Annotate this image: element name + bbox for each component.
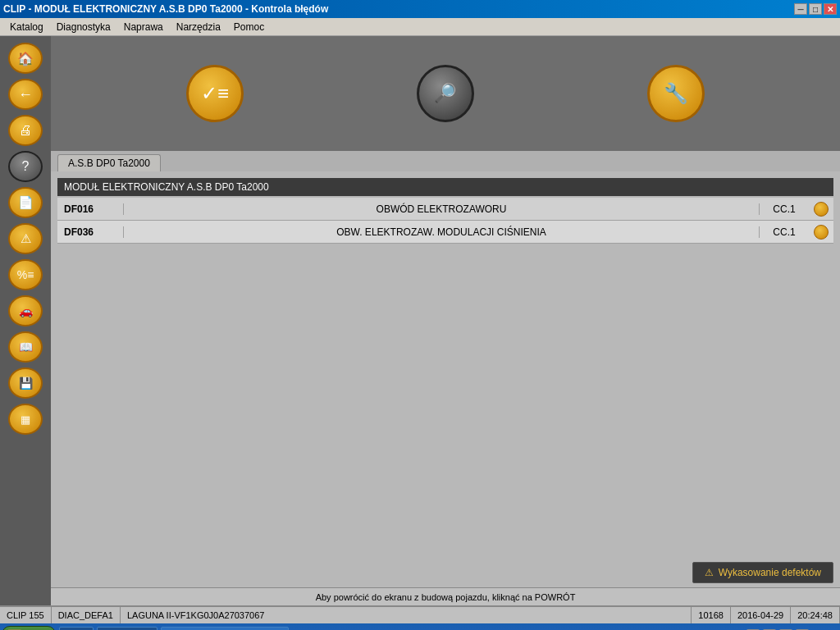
- wrench-button[interactable]: 🔧: [647, 65, 705, 122]
- close-button[interactable]: ✕: [824, 3, 837, 15]
- status-vehicle: LAGUNA II-VF1KG0J0A27037067: [121, 607, 692, 623]
- error-desc-2: OBW. ELEKTROZAW. MODULACJI CIŚNIENIA: [123, 226, 760, 238]
- table-area: MODUŁ ELEKTRONICZNY A.S.B DP0 Ta2000 DF0…: [51, 171, 840, 558]
- percent-button[interactable]: %≡: [8, 259, 43, 290]
- taskbar: 🪟 Start 📁 1 🖼 5 - Paint 💻 CLIP - MODUŁ E…: [0, 623, 840, 630]
- document-button[interactable]: 📄: [8, 187, 43, 218]
- warning-button[interactable]: ⚠: [8, 223, 43, 254]
- menubar: Katalog Diagnostyka Naprawa Narzędzia Po…: [0, 18, 840, 36]
- toolbar-area: ✓≡ 🔎 🔧: [51, 36, 840, 151]
- book-button[interactable]: 📖: [8, 331, 43, 363]
- error-indicator-1: [809, 202, 833, 217]
- titlebar-title: CLIP - MODUŁ ELEKTRONICZNY A.S.B DP0 Ta2…: [3, 3, 328, 15]
- main-content: ✓≡ 🔎 🔧 A.S.B DP0 Ta2000 MODUŁ ELEKTRONIC…: [51, 36, 840, 605]
- menu-diagnostyka[interactable]: Diagnostyka: [50, 20, 117, 34]
- content-with-sidebar: 🏠 ← 🖨 ? 📄 ⚠ %≡ 🚗 📖 💾 ▦ ✓≡ 🔎 🔧: [0, 36, 840, 605]
- minimize-button[interactable]: ─: [794, 3, 807, 15]
- search-button[interactable]: 🔎: [417, 65, 474, 122]
- wykasowanie-button[interactable]: ⚠ Wykasowanie defektów: [692, 562, 833, 583]
- maximize-button[interactable]: □: [809, 3, 822, 15]
- status-clip: CLIP 155: [0, 607, 52, 623]
- warning-triangle-icon: ⚠: [705, 567, 714, 578]
- menu-katalog[interactable]: Katalog: [3, 20, 50, 34]
- menu-pomoc[interactable]: Pomoc: [227, 20, 271, 34]
- error-desc-1: OBWÓD ELEKTROZAWORU: [123, 203, 760, 215]
- check-list-button[interactable]: ✓≡: [186, 65, 244, 122]
- menu-narzedzia[interactable]: Narzędzia: [170, 20, 227, 34]
- car-button[interactable]: 🚗: [8, 295, 43, 326]
- indicator-dot-2: [814, 225, 829, 240]
- back-button[interactable]: ←: [8, 79, 43, 110]
- table-row[interactable]: DF016 OBWÓD ELEKTROZAWORU CC.1: [57, 198, 833, 221]
- main-area: 🏠 ← 🖨 ? 📄 ⚠ %≡ 🚗 📖 💾 ▦ ✓≡ 🔎 🔧: [0, 36, 840, 605]
- left-sidebar: 🏠 ← 🖨 ? 📄 ⚠ %≡ 🚗 📖 💾 ▦: [0, 36, 51, 605]
- error-cc-2: CC.1: [760, 226, 809, 238]
- table-row[interactable]: DF036 OBW. ELEKTROZAW. MODULACJI CIŚNIEN…: [57, 221, 833, 244]
- taskbar-item-clip[interactable]: 💻 CLIP - MODUŁ ELEKT...: [161, 627, 289, 630]
- status-date: 2016-04-29: [731, 607, 791, 623]
- tab-bar: A.S.B DP0 Ta2000: [51, 151, 840, 171]
- info-text: Aby powrócić do ekranu z budową pojazdu,…: [316, 592, 576, 602]
- start-button[interactable]: 🪟 Start: [2, 626, 56, 630]
- taskbar-item-1[interactable]: 📁 1: [59, 627, 94, 630]
- tab-asb[interactable]: A.S.B DP0 Ta2000: [57, 154, 161, 171]
- help-button[interactable]: ?: [8, 151, 43, 182]
- status-diac: DIAC_DEFA1: [52, 607, 121, 623]
- home-button[interactable]: 🏠: [8, 43, 43, 74]
- print-button[interactable]: 🖨: [8, 115, 43, 146]
- window-controls: ─ □ ✕: [794, 3, 837, 15]
- info-bar: Aby powrócić do ekranu z budową pojazdu,…: [51, 587, 840, 605]
- bottom-bar: ⚠ Wykasowanie defektów: [51, 558, 840, 587]
- barcode-button[interactable]: ▦: [8, 404, 43, 435]
- wykasowanie-label: Wykasowanie defektów: [719, 567, 821, 578]
- error-code-2: DF036: [57, 226, 123, 238]
- menu-naprawa[interactable]: Naprawa: [117, 20, 170, 34]
- error-indicator-2: [809, 225, 833, 240]
- error-code-1: DF016: [57, 203, 123, 215]
- save-button[interactable]: 💾: [8, 368, 43, 399]
- table-header: MODUŁ ELEKTRONICZNY A.S.B DP0 Ta2000: [57, 178, 833, 196]
- error-cc-1: CC.1: [760, 203, 809, 215]
- statusbar: CLIP 155 DIAC_DEFA1 LAGUNA II-VF1KG0J0A2…: [0, 605, 840, 623]
- status-id: 10168: [692, 607, 731, 623]
- taskbar-item-paint[interactable]: 🖼 5 - Paint: [97, 627, 158, 630]
- status-time: 20:24:48: [791, 607, 840, 623]
- indicator-dot-1: [814, 202, 829, 217]
- titlebar: CLIP - MODUŁ ELEKTRONICZNY A.S.B DP0 Ta2…: [0, 0, 840, 18]
